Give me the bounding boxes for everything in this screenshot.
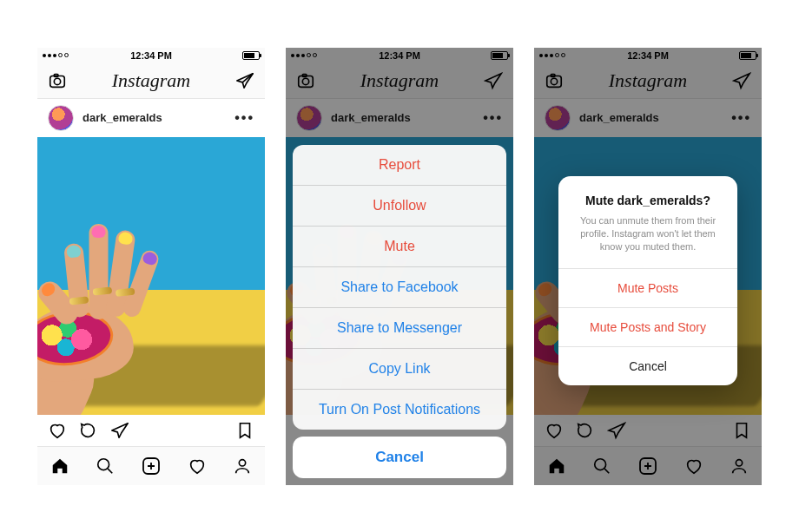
instagram-logo: Instagram <box>112 69 190 92</box>
home-icon[interactable] <box>50 456 69 476</box>
sheet-unfollow[interactable]: Unfollow <box>293 186 506 227</box>
sheet-share-messenger[interactable]: Share to Messenger <box>293 308 506 349</box>
battery-indicator <box>242 51 260 60</box>
app-header: Instagram <box>37 63 265 99</box>
like-icon[interactable] <box>48 421 67 440</box>
mute-alert: Mute dark_emeralds? You can unmute them … <box>558 176 737 385</box>
svg-point-1 <box>54 78 60 84</box>
bookmark-icon[interactable] <box>235 421 254 440</box>
username[interactable]: dark_emeralds <box>83 111 226 124</box>
comment-icon[interactable] <box>79 421 98 440</box>
sheet-mute[interactable]: Mute <box>293 227 506 267</box>
alert-mute-posts-story[interactable]: Mute Posts and Story <box>558 307 737 346</box>
search-icon[interactable] <box>96 456 115 476</box>
profile-icon[interactable] <box>233 456 252 476</box>
camera-icon[interactable] <box>48 71 67 90</box>
avatar[interactable] <box>48 105 74 131</box>
phone-action-sheet: 12:34 PM Instagram dark_emeralds ••• Rep… <box>286 48 513 485</box>
phone-mute-alert: 12:34 PM Instagram dark_emeralds ••• <box>534 48 762 485</box>
share-icon[interactable] <box>110 421 129 440</box>
alert-cancel[interactable]: Cancel <box>558 346 737 385</box>
alert-mute-posts[interactable]: Mute Posts <box>558 268 737 307</box>
post-image[interactable] <box>37 137 265 415</box>
post-header: dark_emeralds ••• <box>37 99 265 137</box>
new-post-icon[interactable] <box>141 456 162 476</box>
sheet-copy-link[interactable]: Copy Link <box>293 349 506 390</box>
svg-point-3 <box>98 458 109 470</box>
svg-point-5 <box>239 459 245 465</box>
signal-dots <box>43 53 69 57</box>
activity-icon[interactable] <box>188 456 207 476</box>
action-sheet: Report Unfollow Mute Share to Facebook S… <box>293 145 506 478</box>
direct-icon[interactable] <box>235 71 254 90</box>
tab-bar <box>37 446 265 485</box>
post-actions <box>37 415 265 446</box>
more-icon[interactable]: ••• <box>234 110 254 126</box>
alert-title: Mute dark_emeralds? <box>574 194 722 207</box>
status-time: 12:34 PM <box>130 50 172 61</box>
sheet-report[interactable]: Report <box>293 145 506 186</box>
sheet-cancel[interactable]: Cancel <box>293 437 506 478</box>
sheet-share-facebook[interactable]: Share to Facebook <box>293 267 506 308</box>
sheet-post-notifications[interactable]: Turn On Post Notifications <box>293 390 506 430</box>
status-bar: 12:34 PM <box>37 48 265 63</box>
alert-message: You can unmute them from their profile. … <box>574 214 722 254</box>
phone-feed: 12:34 PM Instagram dark_emeralds ••• <box>37 48 265 485</box>
